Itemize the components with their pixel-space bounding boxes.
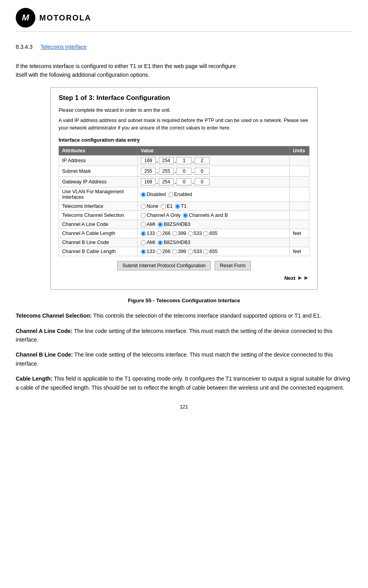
next-arrows-icon[interactable]: ►► (297, 274, 309, 281)
cable-radio-label[interactable]: 399 (172, 231, 186, 236)
ip-dot: . (156, 158, 158, 164)
cable-radio-label[interactable]: 533 (188, 231, 202, 236)
ip-input-group[interactable]: ... (141, 178, 286, 185)
config-table: Attributes Value Units IP Address...Subn… (59, 146, 309, 256)
submit-button[interactable]: Submit Internet Protocol Configuration (117, 261, 211, 270)
description-bold: Telecoms Channel Selection: (16, 312, 92, 319)
ip-octet-input[interactable] (195, 168, 210, 175)
radio-label[interactable]: T1 (175, 203, 187, 209)
description-block: Channel A Line Code: The line code setti… (16, 327, 352, 344)
ip-octet-input[interactable] (195, 157, 210, 164)
cable-radio-input[interactable] (141, 249, 146, 254)
ip-octet-input[interactable] (141, 157, 156, 164)
ip-input-group[interactable]: ... (141, 168, 286, 175)
cable-radio-label[interactable]: 133 (141, 249, 155, 254)
cable-length-group[interactable]: 133 266 399 533 655 (141, 249, 286, 254)
radio-label[interactable]: Enabled (168, 192, 192, 197)
cable-radio-label[interactable]: 533 (188, 249, 202, 254)
radio-label[interactable]: B8ZS/HDB3 (158, 240, 190, 245)
row-attribute: IP Address (59, 155, 138, 166)
cable-radio-label[interactable]: 266 (156, 249, 171, 254)
radio-label[interactable]: Channels A and B (183, 213, 228, 218)
row-value[interactable]: 133 266 399 533 655 (138, 247, 290, 256)
cable-radio-input[interactable] (203, 249, 208, 254)
ip-octet-input[interactable] (159, 168, 174, 175)
radio-group[interactable]: Channel A Only Channels A and B (141, 213, 286, 218)
radio-label[interactable]: AMI (141, 240, 155, 245)
radio-input[interactable] (158, 222, 163, 227)
ip-octet-input[interactable] (159, 178, 174, 185)
ip-octet-input[interactable] (159, 157, 174, 164)
table-row: Channel A Line Code AMI B8ZS/HDB3 (59, 220, 309, 229)
radio-input[interactable] (141, 240, 146, 245)
radio-group[interactable]: Disabled Enabled (141, 192, 286, 197)
table-row: Subnet Mask... (59, 166, 309, 177)
row-value[interactable]: ... (138, 155, 290, 166)
table-row: Telecoms Interface None E1 T1 (59, 202, 309, 211)
radio-label[interactable]: Disabled (141, 192, 166, 197)
row-units (290, 187, 309, 202)
radio-input[interactable] (168, 192, 173, 197)
row-value[interactable]: Disabled Enabled (138, 187, 290, 202)
page-number: 121 (16, 404, 352, 410)
ip-octet-input[interactable] (195, 178, 210, 185)
cable-radio-label[interactable]: 399 (172, 249, 186, 254)
ip-octet-input[interactable] (177, 178, 191, 185)
radio-label[interactable]: E1 (161, 203, 173, 209)
row-units (290, 155, 309, 166)
radio-input[interactable] (175, 204, 180, 209)
row-value[interactable]: ... (138, 166, 290, 177)
ip-octet-input[interactable] (177, 168, 191, 175)
radio-label[interactable]: AMI (141, 222, 155, 227)
ip-octet-input[interactable] (177, 157, 191, 164)
data-entry-label: Interface configuration data entry (59, 137, 309, 143)
cable-length-group[interactable]: 133 266 399 533 655 (141, 231, 286, 236)
description-block: Telecoms Channel Selection: This control… (16, 311, 352, 320)
radio-input[interactable] (141, 222, 146, 227)
radio-input[interactable] (158, 240, 163, 245)
row-attribute: Use VLAN For Management Interfaces (59, 187, 138, 202)
radio-input[interactable] (183, 213, 188, 218)
ip-octet-input[interactable] (141, 168, 156, 175)
row-value[interactable]: ... (138, 177, 290, 187)
radio-input[interactable] (141, 192, 146, 197)
radio-input[interactable] (141, 213, 146, 218)
radio-group[interactable]: AMI B8ZS/HDB3 (141, 240, 286, 245)
table-row: IP Address... (59, 155, 309, 166)
radio-label[interactable]: None (141, 203, 158, 209)
motorola-logo-circle: M (16, 8, 35, 28)
cable-radio-label[interactable]: 655 (203, 231, 217, 236)
radio-group[interactable]: None E1 T1 (141, 203, 286, 209)
cable-radio-input[interactable] (188, 249, 193, 254)
brand-name: MOTOROLA (39, 13, 91, 22)
cable-radio-input[interactable] (188, 231, 193, 236)
cable-radio-input[interactable] (203, 231, 208, 236)
cable-radio-label[interactable]: 655 (203, 249, 217, 254)
ip-octet-input[interactable] (141, 178, 156, 185)
radio-group[interactable]: AMI B8ZS/HDB3 (141, 222, 286, 227)
step-title: Step 1 of 3: Interface Configuration (59, 94, 309, 102)
cable-radio-input[interactable] (156, 231, 162, 236)
ip-dot: . (175, 158, 176, 164)
next-label: Next (284, 275, 295, 281)
row-value[interactable]: AMI B8ZS/HDB3 (138, 238, 290, 247)
radio-input[interactable] (141, 204, 146, 209)
cable-radio-input[interactable] (141, 231, 146, 236)
radio-label[interactable]: Channel A Only (141, 213, 180, 218)
ip-dot: . (192, 168, 194, 174)
cable-radio-input[interactable] (156, 249, 162, 254)
reset-button[interactable]: Reset Form (215, 261, 250, 270)
intro-text: If the telecoms interface is configured … (16, 62, 352, 80)
ip-dot: . (156, 179, 158, 185)
row-value[interactable]: Channel A Only Channels A and B (138, 211, 290, 220)
radio-label[interactable]: B8ZS/HDB3 (158, 222, 190, 227)
cable-radio-input[interactable] (172, 249, 177, 254)
cable-radio-label[interactable]: 266 (156, 231, 171, 236)
radio-input[interactable] (161, 204, 166, 209)
cable-radio-label[interactable]: 133 (141, 231, 155, 236)
ip-input-group[interactable]: ... (141, 157, 286, 164)
row-value[interactable]: None E1 T1 (138, 202, 290, 211)
row-value[interactable]: AMI B8ZS/HDB3 (138, 220, 290, 229)
cable-radio-input[interactable] (172, 231, 177, 236)
row-value[interactable]: 133 266 399 533 655 (138, 229, 290, 238)
